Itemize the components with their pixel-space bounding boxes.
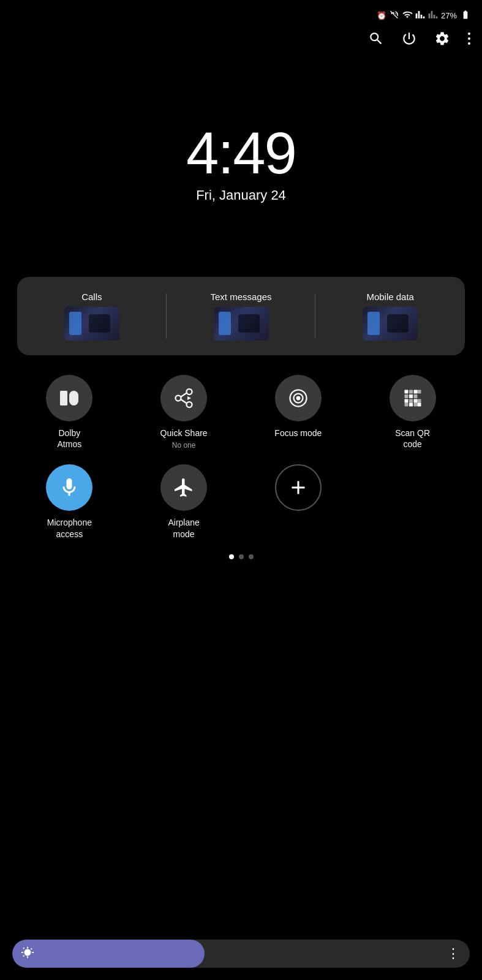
notif-texts[interactable]: Text messages — [167, 288, 316, 344]
svg-rect-22 — [409, 399, 413, 403]
clock-date: Fri, January 24 — [196, 187, 286, 203]
dolby-atmos-label: DolbyAtmos — [58, 428, 82, 450]
microphone-label: Microphoneaccess — [47, 517, 92, 539]
page-dot-3 — [249, 554, 254, 559]
battery-icon — [460, 10, 471, 21]
focus-mode-label: Focus mode — [274, 428, 322, 439]
brightness-fill — [12, 940, 205, 968]
tile-focus-mode[interactable]: Focus mode — [271, 375, 326, 439]
svg-rect-26 — [413, 403, 417, 407]
notif-texts-label: Text messages — [210, 292, 271, 302]
notif-data[interactable]: Mobile data — [315, 288, 465, 344]
notif-calls-label: Calls — [81, 292, 102, 302]
top-actions — [0, 24, 482, 56]
brightness-sun-icon — [21, 946, 34, 962]
more-options-button[interactable] — [467, 31, 471, 50]
dolby-atmos-icon-circle — [46, 375, 92, 421]
svg-point-5 — [187, 389, 192, 394]
settings-button[interactable] — [434, 31, 450, 50]
status-icons: ⏰ 27% — [377, 10, 471, 21]
airplane-mode-label: Airplanemode — [168, 517, 199, 539]
notif-calls[interactable]: Calls — [17, 288, 167, 344]
page-dots — [0, 554, 482, 559]
quick-tiles-row2: Microphoneaccess Airplanemode — [12, 464, 470, 539]
wifi-icon — [402, 10, 412, 21]
scan-qr-label: Scan QRcode — [395, 428, 430, 450]
quick-share-label: Quick Share — [160, 428, 208, 439]
svg-rect-19 — [417, 390, 421, 394]
status-bar: ⏰ 27% — [0, 0, 482, 24]
svg-point-2 — [468, 42, 470, 45]
quick-share-sublabel: No one — [172, 441, 196, 450]
svg-rect-25 — [417, 399, 421, 403]
svg-line-9 — [181, 399, 187, 403]
quick-tiles-row1: DolbyAtmos Quick Share No one — [12, 375, 470, 450]
svg-rect-18 — [413, 394, 417, 398]
brightness-bar[interactable]: ⋮ — [12, 940, 470, 968]
focus-mode-icon-circle — [275, 375, 322, 421]
svg-rect-14 — [404, 394, 408, 398]
svg-rect-23 — [409, 403, 413, 407]
microphone-icon-circle — [46, 464, 92, 511]
svg-rect-17 — [413, 390, 417, 394]
mute-icon — [390, 10, 399, 21]
quick-tiles: DolbyAtmos Quick Share No one — [12, 375, 470, 540]
tile-add[interactable] — [271, 464, 326, 517]
svg-rect-20 — [404, 399, 408, 403]
svg-rect-13 — [404, 390, 408, 394]
svg-rect-15 — [409, 390, 413, 394]
signal1-icon — [415, 10, 425, 21]
notif-calls-thumbnail — [64, 307, 119, 341]
page-dot-2 — [239, 554, 244, 559]
tile-quick-share[interactable]: Quick Share No one — [156, 375, 211, 450]
quick-share-icon-circle — [160, 375, 207, 421]
notif-data-thumbnail — [363, 307, 418, 341]
signal2-icon — [428, 10, 438, 21]
svg-point-12 — [297, 397, 300, 400]
alarm-icon: ⏰ — [377, 11, 386, 20]
svg-rect-4 — [69, 391, 78, 405]
svg-point-0 — [468, 32, 470, 35]
brightness-more-button[interactable]: ⋮ — [446, 946, 460, 962]
svg-rect-21 — [404, 403, 408, 407]
clock-time: 4:49 — [186, 124, 296, 183]
svg-point-6 — [176, 396, 181, 401]
power-button[interactable] — [401, 31, 417, 50]
notif-texts-thumbnail — [214, 307, 269, 341]
airplane-mode-icon-circle — [160, 464, 207, 511]
notif-data-label: Mobile data — [366, 292, 414, 302]
page-dot-1 — [229, 554, 234, 559]
svg-rect-24 — [413, 399, 417, 403]
scan-qr-icon-circle — [390, 375, 436, 421]
notification-card[interactable]: Calls Text messages Mobile data — [17, 277, 465, 355]
search-button[interactable] — [368, 31, 384, 50]
svg-line-8 — [181, 393, 187, 397]
battery-percentage: 27% — [441, 11, 457, 20]
tile-scan-qr[interactable]: Scan QRcode — [385, 375, 440, 450]
svg-point-7 — [187, 402, 192, 407]
svg-rect-16 — [409, 394, 413, 398]
tile-microphone[interactable]: Microphoneaccess — [42, 464, 97, 539]
tile-airplane-mode[interactable]: Airplanemode — [156, 464, 211, 539]
tile-dolby-atmos[interactable]: DolbyAtmos — [42, 375, 97, 450]
add-tile-icon-circle — [275, 464, 322, 511]
svg-rect-27 — [417, 403, 421, 407]
clock-area: 4:49 Fri, January 24 — [0, 124, 482, 203]
svg-point-1 — [468, 37, 470, 40]
svg-rect-3 — [60, 391, 67, 405]
